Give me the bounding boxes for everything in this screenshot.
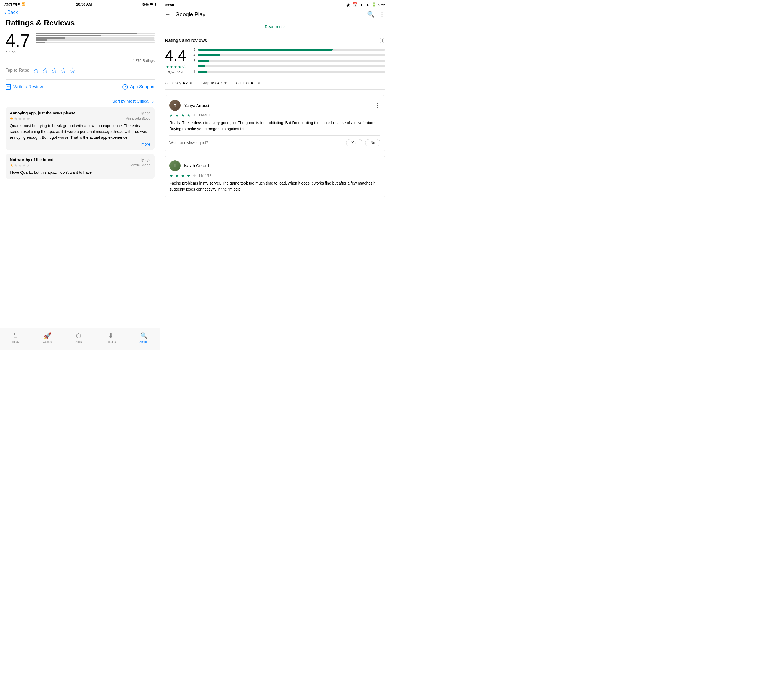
ios-rating-score: 4.7: [5, 32, 30, 49]
ios-review-subrow-1: ★ ★ ★ ★ ★ Minnesota Steve: [10, 117, 150, 121]
android-location-icon: ◉: [346, 2, 350, 7]
review-star-filled: ★: [10, 117, 13, 121]
ios-bar-row-4: [36, 35, 155, 37]
android-toolbar-title: Google Play: [175, 11, 363, 18]
android-more-icon[interactable]: ⋮: [379, 11, 385, 18]
android-bar-num-4: 4: [193, 53, 196, 57]
android-bar-bg-1: [198, 71, 385, 73]
android-cat-name-gameplay: Gameplay: [165, 81, 181, 85]
ios-carrier: AT&T Wi-Fi: [4, 3, 20, 6]
isaiah-star-2: ★: [175, 173, 179, 178]
tab-games[interactable]: 🚀 Games: [43, 332, 52, 343]
android-review-stars-isaiah: ★ ★ ★ ★ ★ 11/11/18: [169, 173, 380, 178]
android-review-header-yahya: Y Yahya Arrassi ⋮: [169, 100, 380, 111]
android-bar-bg-5: [198, 48, 385, 51]
info-icon[interactable]: ℹ: [379, 38, 385, 43]
updates-icon: ⬇: [108, 332, 113, 340]
ios-panel: AT&T Wi-Fi 📶 10:50 AM 50% ‹ Back Ratings…: [0, 0, 160, 350]
ios-rate-stars[interactable]: ☆ ☆ ☆ ☆ ☆: [33, 66, 76, 75]
ios-action-row: ✏ Write a Review ? App Support: [5, 84, 155, 94]
rate-star-5[interactable]: ☆: [69, 66, 76, 75]
write-review-button[interactable]: ✏ Write a Review: [5, 84, 43, 90]
ios-time: 10:50 AM: [76, 2, 92, 6]
tab-search[interactable]: 🔍 Search: [139, 332, 148, 343]
ios-review-date-2: 1y ago: [140, 158, 150, 162]
android-search-icon[interactable]: 🔍: [367, 11, 374, 18]
rate-star-1[interactable]: ☆: [33, 66, 40, 75]
ios-out-of: out of 5: [5, 50, 17, 54]
review-star-filled: ★: [10, 163, 13, 167]
android-wifi-icon: ▲: [359, 2, 364, 7]
android-read-more-button[interactable]: Read more: [265, 24, 285, 29]
android-rating-overview: 4.4 ★ ★ ★ ★ ½ 9,693,354 5 4: [165, 48, 385, 75]
android-section-title: Ratings and reviews ℹ: [165, 38, 385, 43]
ios-status-bar: AT&T Wi-Fi 📶 10:50 AM 50%: [0, 0, 160, 7]
android-no-button-yahya[interactable]: No: [365, 139, 380, 147]
games-icon: 🚀: [43, 332, 51, 340]
android-signal-icon: ▲: [365, 2, 369, 7]
tab-today-label: Today: [12, 340, 19, 343]
rate-star-4[interactable]: ☆: [60, 66, 67, 75]
ios-bar-bg-4: [36, 35, 155, 37]
rate-star-3[interactable]: ☆: [51, 66, 58, 75]
android-star-3: ★: [174, 65, 177, 69]
android-time: 09:50: [165, 3, 174, 7]
android-review-stars-yahya: ★ ★ ★ ★ ★ 11/6/18: [169, 113, 380, 117]
android-bars-section: 5 4 3 2 1: [193, 48, 385, 75]
android-bar-num-1: 1: [193, 70, 196, 73]
android-star-4: ★: [178, 65, 182, 69]
app-support-button[interactable]: ? App Support: [122, 84, 155, 90]
android-battery-icon: 🔋: [371, 2, 377, 7]
android-cat-gameplay: Gameplay 4.2 ★: [165, 81, 192, 85]
ios-tab-bar: 🗒 Today 🚀 Games ⬡ Apps ⬇ Updates 🔍 Searc…: [0, 328, 160, 350]
android-review-date-isaiah: 11/11/18: [199, 174, 211, 178]
ios-review-body-2: I love Quartz, but this app... I don't w…: [10, 170, 150, 175]
star-icon-gameplay: ★: [189, 81, 192, 85]
ios-more-link-1[interactable]: more: [10, 142, 150, 147]
android-cat-name-controls: Controls: [236, 81, 249, 85]
android-review-body-yahya: Really. These devs did a very good job. …: [169, 120, 380, 132]
review-star-empty: ★: [27, 117, 30, 121]
ios-reviewer-name-1: Minnesota Steve: [125, 117, 150, 120]
star-icon-graphics: ★: [224, 81, 227, 85]
isaiah-star-3: ★: [181, 173, 185, 178]
android-yes-button-yahya[interactable]: Yes: [346, 139, 363, 147]
tab-apps[interactable]: ⬡ Apps: [76, 332, 82, 343]
yahya-star-2: ★: [175, 113, 179, 117]
sort-button[interactable]: Sort by Most Critical ⌄: [5, 99, 155, 104]
yahya-star-4: ★: [187, 113, 191, 117]
ios-back-label: Back: [7, 10, 18, 15]
ios-bar-row-3: [36, 37, 155, 38]
ios-bar-bg-1: [36, 42, 155, 43]
android-bar-row-3: 3: [193, 59, 385, 63]
android-cat-graphics: Graphics 4.2 ★: [201, 81, 227, 85]
tab-games-label: Games: [43, 340, 52, 343]
ios-review-header-2: Not worthy of the brand. 1y ago: [10, 157, 150, 162]
battery-icon: [150, 3, 156, 6]
ios-review-header-1: Annoying app, just the news please 1y ag…: [10, 111, 150, 115]
tab-updates[interactable]: ⬇ Updates: [105, 332, 116, 343]
ios-review-body-1: Quartz must be trying to break ground wi…: [10, 123, 150, 140]
android-helpful-btns-yahya: Yes No: [346, 139, 380, 147]
android-bar-row-2: 2: [193, 64, 385, 68]
rate-star-2[interactable]: ☆: [42, 66, 48, 75]
tab-search-label: Search: [139, 340, 148, 343]
android-review-count: 9,693,354: [168, 70, 183, 74]
ios-wifi-icon: 📶: [22, 2, 25, 6]
ios-back-button[interactable]: ‹ Back: [4, 9, 156, 15]
ios-review-stars-1: ★ ★ ★ ★ ★: [10, 117, 30, 121]
ios-ratings-count: 4,879 Ratings: [5, 58, 155, 63]
yahya-star-5: ★: [193, 113, 196, 117]
android-review-header-isaiah: I Isaiah Gerard ⋮: [169, 160, 380, 171]
android-review-more-isaiah[interactable]: ⋮: [375, 162, 380, 169]
android-back-button[interactable]: ←: [165, 11, 171, 18]
tab-today[interactable]: 🗒 Today: [12, 332, 19, 343]
ios-review-date-1: 1y ago: [140, 111, 150, 115]
ios-status-left: AT&T Wi-Fi 📶: [4, 2, 25, 6]
app-support-label: App Support: [130, 84, 155, 89]
ios-tap-label: Tap to Rate:: [5, 68, 29, 73]
today-icon: 🗒: [12, 332, 18, 340]
android-calendar-icon: 📅: [352, 2, 358, 7]
android-review-more-yahya[interactable]: ⋮: [375, 102, 380, 109]
android-status-right: ◉ 📅 ▲ ▲ 🔋 97%: [346, 2, 385, 7]
